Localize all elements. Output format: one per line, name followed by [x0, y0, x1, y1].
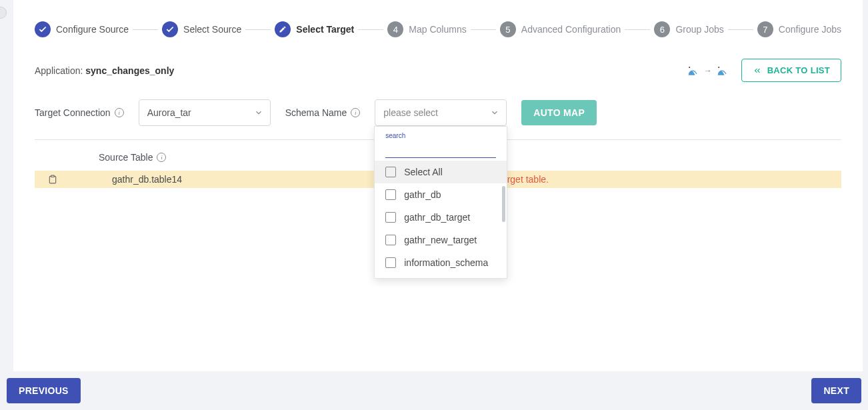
- dropdown-option-label: gathr_db_target: [404, 212, 470, 223]
- svg-rect-2: [51, 175, 55, 177]
- step-label: Advanced Configuration: [521, 24, 621, 35]
- stepper: Configure Source Select Source Select Ta…: [35, 21, 841, 37]
- step-number: 4: [387, 21, 403, 37]
- target-connection-select[interactable]: Aurora_tar: [139, 99, 271, 126]
- target-connection-label: Target Connection i: [35, 107, 124, 118]
- checkbox-icon: [385, 212, 396, 223]
- row-source-value: gathr_db.table14: [99, 174, 379, 185]
- info-icon[interactable]: i: [157, 153, 166, 162]
- step-number: 6: [654, 21, 670, 37]
- step-label: Configure Jobs: [779, 24, 841, 35]
- checkbox-icon: [385, 167, 396, 177]
- step-separator: [358, 29, 383, 30]
- dropdown-list: Select All gathr_db gathr_db_target gath…: [375, 161, 507, 278]
- next-button[interactable]: NEXT: [811, 378, 861, 403]
- dropdown-select-all[interactable]: Select All: [375, 161, 507, 183]
- chevron-down-icon: [254, 108, 263, 117]
- pencil-icon: [275, 21, 291, 37]
- step-advanced-config[interactable]: 5 Advanced Configuration: [500, 21, 621, 37]
- step-select-target[interactable]: Select Target: [275, 21, 354, 37]
- mysql-target-icon: [716, 64, 729, 77]
- step-select-source[interactable]: Select Source: [162, 21, 241, 37]
- col-header-source: Source Table i: [99, 152, 379, 163]
- dropdown-select-all-label: Select All: [404, 167, 443, 177]
- svg-point-0: [689, 67, 690, 68]
- clipboard-icon: [48, 175, 57, 184]
- step-separator: [245, 29, 271, 30]
- dropdown-search-label: search: [385, 132, 496, 139]
- back-to-list-button[interactable]: BACK TO LIST: [741, 59, 841, 82]
- step-number: 7: [757, 21, 773, 37]
- step-separator: [471, 29, 496, 30]
- wizard-panel: Configure Source Select Source Select Ta…: [13, 0, 863, 377]
- chevron-down-icon: [490, 108, 499, 117]
- application-name: sync_changes_only: [85, 65, 174, 76]
- dropdown-option-label: gathr_db: [404, 189, 441, 200]
- chevron-double-left-icon: [753, 66, 762, 75]
- back-to-list-label: BACK TO LIST: [767, 65, 830, 75]
- application-row: Application: sync_changes_only → BACK TO…: [35, 59, 841, 82]
- step-separator: [728, 29, 753, 30]
- step-map-columns[interactable]: 4 Map Columns: [387, 21, 466, 37]
- step-configure-source[interactable]: Configure Source: [35, 21, 129, 37]
- schema-dropdown-panel: search Select All gathr_db gathr_db_targ…: [374, 126, 507, 279]
- info-icon[interactable]: i: [351, 108, 360, 117]
- application-label: Application: sync_changes_only: [35, 65, 174, 76]
- scrollbar[interactable]: [502, 186, 505, 222]
- arrow-icon: →: [704, 66, 712, 75]
- mysql-source-icon: [687, 64, 700, 77]
- step-separator: [133, 29, 158, 30]
- db-flow-icons: →: [687, 64, 729, 77]
- dropdown-search-input[interactable]: [385, 141, 496, 158]
- schema-name-placeholder: please select: [383, 107, 438, 118]
- step-label: Group Jobs: [675, 24, 723, 35]
- step-configure-jobs[interactable]: 7 Configure Jobs: [757, 21, 841, 37]
- application-prefix: Application:: [35, 65, 85, 76]
- dropdown-option[interactable]: information_schema: [375, 251, 507, 274]
- svg-point-1: [718, 67, 719, 68]
- dropdown-search: search: [375, 127, 507, 161]
- step-number: 5: [500, 21, 516, 37]
- previous-button[interactable]: PREVIOUS: [7, 378, 81, 403]
- step-label: Map Columns: [409, 24, 466, 35]
- check-icon: [162, 21, 178, 37]
- schema-name-select[interactable]: please select: [375, 99, 507, 126]
- step-label: Select Source: [183, 24, 241, 35]
- col-icon-spacer: [35, 152, 99, 163]
- check-icon: [35, 21, 51, 37]
- dropdown-option[interactable]: gathr_new_target: [375, 229, 507, 251]
- auto-map-button[interactable]: AUTO MAP: [521, 100, 597, 125]
- target-form-row: Target Connection i Aurora_tar Schema Na…: [35, 99, 841, 126]
- schema-name-label: Schema Name i: [285, 107, 361, 118]
- step-label: Select Target: [296, 24, 354, 35]
- dropdown-option[interactable]: gathr_db: [375, 183, 507, 206]
- row-icon-cell: [35, 175, 99, 184]
- step-label: Configure Source: [56, 24, 129, 35]
- application-right-controls: → BACK TO LIST: [687, 59, 841, 82]
- checkbox-icon: [385, 257, 396, 268]
- dropdown-option[interactable]: gathr_db_target: [375, 206, 507, 229]
- info-icon[interactable]: i: [115, 108, 124, 117]
- collapse-handle[interactable]: [0, 7, 7, 19]
- step-separator: [625, 29, 650, 30]
- step-group-jobs[interactable]: 6 Group Jobs: [654, 21, 723, 37]
- checkbox-icon: [385, 189, 396, 200]
- dropdown-option-label: gathr_new_target: [404, 235, 477, 245]
- wizard-footer: PREVIOUS NEXT: [0, 371, 868, 410]
- checkbox-icon: [385, 235, 396, 245]
- dropdown-option-label: information_schema: [404, 257, 488, 268]
- target-connection-value: Aurora_tar: [147, 107, 191, 118]
